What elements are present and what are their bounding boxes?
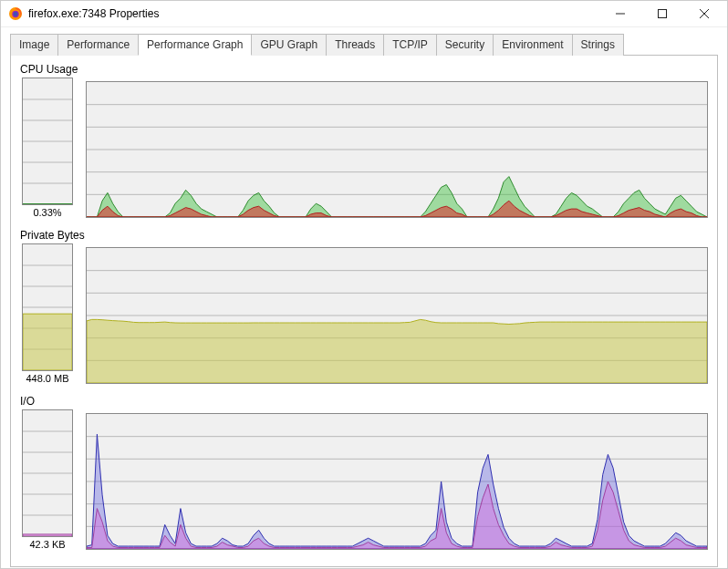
- maximize-button[interactable]: [641, 1, 683, 26]
- cpu-usage-value: 0.33%: [33, 207, 61, 218]
- io-block: I/O 42.3 KB: [20, 395, 708, 550]
- svg-rect-4: [659, 10, 667, 18]
- private-bytes-block: Private Bytes 448.0 MB: [20, 229, 708, 384]
- tab-tcp-ip[interactable]: TCP/IP: [383, 34, 437, 56]
- tab-panel-performance-graph: CPU Usage 0.33% Private Bytes 448.0 MB: [10, 55, 718, 567]
- io-value: 42.3 KB: [29, 539, 65, 550]
- tab-strings[interactable]: Strings: [572, 34, 624, 56]
- mem-history-graph: [86, 247, 708, 384]
- private-bytes-label: Private Bytes: [20, 229, 708, 242]
- cpu-instant-graph: [22, 78, 73, 205]
- tab-bar: ImagePerformancePerformance GraphGPU Gra…: [10, 34, 718, 56]
- cpu-usage-label: CPU Usage: [20, 63, 708, 76]
- close-button[interactable]: [683, 1, 725, 26]
- cpu-usage-block: CPU Usage 0.33%: [20, 63, 708, 218]
- content-area: ImagePerformancePerformance GraphGPU Gra…: [1, 27, 727, 569]
- minimize-button[interactable]: [599, 1, 641, 26]
- io-history-graph: [86, 413, 708, 550]
- svg-rect-34: [23, 534, 72, 536]
- tab-performance-graph[interactable]: Performance Graph: [138, 34, 252, 56]
- mem-instant-graph: [22, 243, 73, 371]
- private-bytes-value: 448.0 MB: [26, 373, 68, 384]
- titlebar[interactable]: firefox.exe:7348 Properties: [1, 1, 727, 27]
- svg-rect-23: [23, 314, 72, 370]
- tab-environment[interactable]: Environment: [493, 34, 572, 56]
- firefox-icon: [8, 6, 23, 21]
- window-title: firefox.exe:7348 Properties: [28, 7, 599, 20]
- tab-security[interactable]: Security: [436, 34, 494, 56]
- io-label: I/O: [20, 395, 708, 408]
- tab-gpu-graph[interactable]: GPU Graph: [251, 34, 327, 56]
- window: firefox.exe:7348 Properties ImagePerform…: [0, 0, 728, 569]
- cpu-history-graph: [86, 81, 708, 218]
- svg-point-2: [14, 12, 18, 16]
- tab-performance[interactable]: Performance: [57, 34, 139, 56]
- tab-threads[interactable]: Threads: [326, 34, 384, 56]
- tab-image[interactable]: Image: [10, 34, 58, 56]
- io-instant-graph: [22, 409, 73, 537]
- window-controls: [599, 1, 725, 26]
